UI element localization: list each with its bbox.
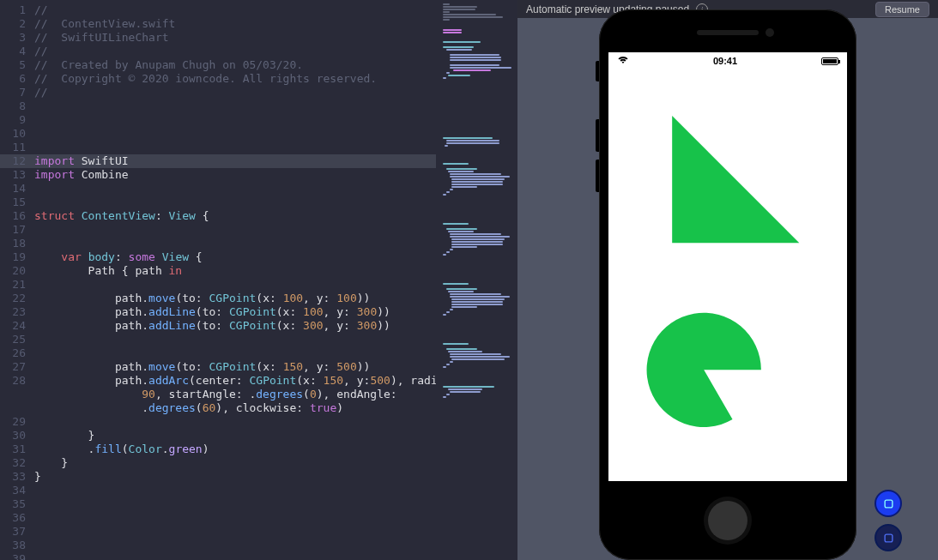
phone-side-button: [596, 119, 599, 152]
home-button[interactable]: [704, 497, 752, 545]
line-number: 26: [0, 346, 34, 360]
code-line[interactable]: 2// ContentView.swift: [0, 17, 436, 31]
line-number: 2: [0, 17, 34, 31]
code-content[interactable]: }: [34, 456, 436, 470]
line-number: 6: [0, 72, 34, 86]
code-content[interactable]: }: [34, 470, 436, 484]
line-number: 24: [0, 319, 34, 333]
code-content[interactable]: // ContentView.swift: [34, 17, 436, 31]
code-content[interactable]: path.move(to: CGPoint(x: 100, y: 100)): [34, 292, 436, 305]
code-content[interactable]: .fill(Color.green): [34, 443, 436, 456]
preview-pin-button[interactable]: [874, 490, 902, 517]
code-line[interactable]: 13import Combine: [0, 168, 436, 182]
code-line[interactable]: 11: [0, 141, 436, 154]
code-line[interactable]: 7//: [0, 86, 436, 99]
code-content[interactable]: path.addLine(to: CGPoint(x: 300, y: 300)…: [34, 319, 436, 333]
code-line[interactable]: 12import SwiftUI: [0, 154, 436, 168]
code-line[interactable]: 10: [0, 127, 436, 141]
code-line[interactable]: 3// SwiftUILineChart: [0, 31, 436, 45]
svg-rect-0: [885, 500, 893, 508]
line-number: 21: [0, 278, 34, 292]
line-number: 36: [0, 511, 34, 525]
code-line[interactable]: 30 }: [0, 429, 436, 443]
code-line[interactable]: 37: [0, 525, 436, 539]
code-line[interactable]: 20 Path { path in: [0, 264, 436, 278]
code-line[interactable]: 25: [0, 333, 436, 346]
code-line[interactable]: 22 path.move(to: CGPoint(x: 100, y: 100)…: [0, 292, 436, 305]
code-line[interactable]: 4//: [0, 45, 436, 58]
code-line[interactable]: 8: [0, 99, 436, 113]
code-content[interactable]: import Combine: [34, 168, 436, 182]
resume-button[interactable]: Resume: [875, 2, 929, 17]
code-editor[interactable]: 1//2// ContentView.swift3// SwiftUILineC…: [0, 0, 436, 560]
code-content[interactable]: //: [34, 86, 436, 99]
code-content[interactable]: path.addArc(center: CGPoint(x: 150, y:50…: [34, 374, 436, 388]
code-line[interactable]: 6// Copyright © 2020 iowncode. All right…: [0, 72, 436, 86]
code-content[interactable]: .degrees(60), clockwise: true): [34, 401, 436, 415]
code-content[interactable]: // SwiftUILineChart: [34, 31, 436, 45]
line-number: 22: [0, 292, 34, 305]
code-line[interactable]: 28 path.addArc(center: CGPoint(x: 150, y…: [0, 374, 436, 388]
code-line[interactable]: 16struct ContentView: View {: [0, 209, 436, 223]
code-line[interactable]: 9: [0, 113, 436, 127]
code-line[interactable]: 17: [0, 223, 436, 237]
code-content[interactable]: 90, startAngle: .degrees(0), endAngle:: [34, 388, 436, 401]
line-number: 30: [0, 429, 34, 443]
code-line[interactable]: 32 }: [0, 456, 436, 470]
phone-side-button: [596, 160, 599, 192]
code-content[interactable]: struct ContentView: View {: [34, 209, 436, 223]
code-content[interactable]: var body: some View {: [34, 250, 436, 264]
code-content[interactable]: }: [34, 429, 436, 443]
device-simulator: 09:41: [599, 9, 856, 560]
code-line[interactable]: 39: [0, 552, 436, 560]
line-number: 28: [0, 374, 34, 388]
code-line[interactable]: 33}: [0, 470, 436, 484]
code-lines[interactable]: 1//2// ContentView.swift3// SwiftUILineC…: [0, 0, 436, 560]
code-content[interactable]: path.move(to: CGPoint(x: 150, y: 500)): [34, 360, 436, 374]
code-line[interactable]: 15: [0, 196, 436, 209]
code-content[interactable]: // Copyright © 2020 iowncode. All rights…: [34, 72, 436, 86]
code-line[interactable]: .degrees(60), clockwise: true): [0, 401, 436, 415]
code-line[interactable]: 27 path.move(to: CGPoint(x: 150, y: 500)…: [0, 360, 436, 374]
line-number: 13: [0, 168, 34, 182]
code-line[interactable]: 31 .fill(Color.green): [0, 443, 436, 456]
code-line[interactable]: 38: [0, 539, 436, 552]
code-line[interactable]: 24 path.addLine(to: CGPoint(x: 300, y: 3…: [0, 319, 436, 333]
code-content[interactable]: //: [34, 45, 436, 58]
line-number: 23: [0, 305, 34, 319]
code-line[interactable]: 23 path.addLine(to: CGPoint(x: 100, y: 3…: [0, 305, 436, 319]
code-line[interactable]: 14: [0, 182, 436, 196]
line-number: 10: [0, 127, 34, 141]
code-line[interactable]: 19 var body: some View {: [0, 250, 436, 264]
battery-icon: [821, 57, 838, 65]
arc-shape: [647, 313, 761, 427]
preview-body: 09:41: [517, 18, 938, 560]
line-number: 14: [0, 182, 34, 196]
code-line[interactable]: 29: [0, 415, 436, 429]
code-line[interactable]: 90, startAngle: .degrees(0), endAngle:: [0, 388, 436, 401]
code-content[interactable]: import SwiftUI: [34, 154, 436, 168]
phone-side-button: [596, 61, 599, 81]
code-content[interactable]: //: [34, 3, 436, 17]
code-content[interactable]: // Created by Anupam Chugh on 05/03/20.: [34, 58, 436, 72]
code-line[interactable]: 18: [0, 237, 436, 250]
code-line[interactable]: 34: [0, 484, 436, 497]
code-line[interactable]: 35: [0, 497, 436, 511]
line-number: 20: [0, 264, 34, 278]
preview-duplicate-button[interactable]: [874, 524, 902, 551]
code-content[interactable]: Path { path in: [34, 264, 436, 278]
minimap[interactable]: [436, 0, 517, 560]
line-number: 16: [0, 209, 34, 223]
code-line[interactable]: 36: [0, 511, 436, 525]
code-line[interactable]: 1//: [0, 3, 436, 17]
code-content[interactable]: path.addLine(to: CGPoint(x: 100, y: 300)…: [34, 305, 436, 319]
line-number: 35: [0, 497, 34, 511]
code-line[interactable]: 5// Created by Anupam Chugh on 05/03/20.: [0, 58, 436, 72]
line-number: 1: [0, 3, 34, 17]
code-line[interactable]: 21: [0, 278, 436, 292]
line-number: 27: [0, 360, 34, 374]
line-number: 29: [0, 415, 34, 429]
line-number: 8: [0, 99, 34, 113]
code-line[interactable]: 26: [0, 346, 436, 360]
line-number: 33: [0, 470, 34, 484]
